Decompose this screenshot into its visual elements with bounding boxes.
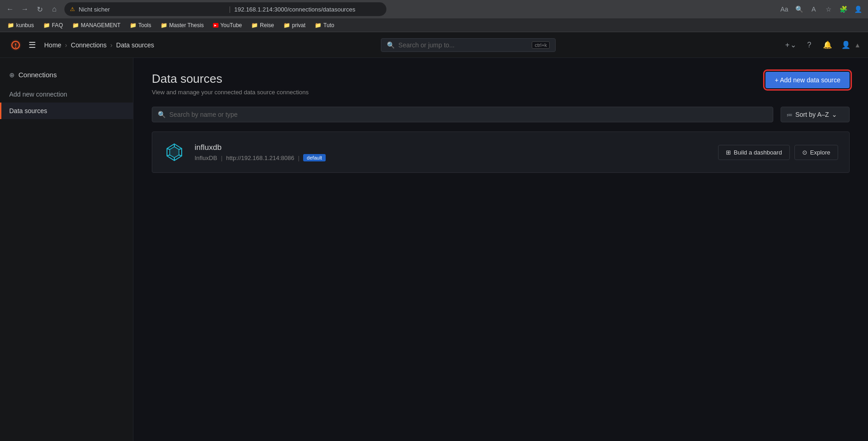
bookmark-reise[interactable]: 📁 Reise bbox=[247, 21, 278, 29]
sidebar-item-label: Data sources bbox=[9, 107, 47, 115]
build-dashboard-button[interactable]: ⊞ Build a dashboard bbox=[718, 145, 790, 160]
bell-icon: 🔔 bbox=[823, 40, 832, 49]
user-avatar-button[interactable]: 👤 bbox=[838, 37, 854, 53]
sort-label: Sort by A–Z bbox=[795, 111, 829, 118]
datasource-card-influxdb: influxdb InfluxDB | http://192.168.1.214… bbox=[152, 132, 850, 173]
breadcrumb-datasources: Data sources bbox=[116, 41, 154, 49]
bookmark-tuto[interactable]: 📁 Tuto bbox=[311, 21, 338, 29]
chevron-down-icon: ⌄ bbox=[790, 40, 796, 49]
sidebar-item-label: Add new connection bbox=[9, 91, 67, 98]
bookmark-management[interactable]: 📁 MANAGEMENT bbox=[69, 21, 124, 29]
folder-icon: 📁 bbox=[7, 22, 14, 29]
extensions-button[interactable]: 🧩 bbox=[837, 3, 850, 16]
explore-icon: ⊙ bbox=[802, 149, 807, 156]
grafana-logo[interactable] bbox=[7, 37, 24, 53]
bookmark-label: YouTube bbox=[220, 22, 242, 29]
datasource-meta: InfluxDB | http://192.168.1.214:8086 | d… bbox=[195, 154, 709, 161]
bookmark-privat[interactable]: 📁 privat bbox=[280, 21, 309, 29]
plus-icon: + bbox=[785, 41, 789, 49]
reader-mode-button[interactable]: A bbox=[807, 3, 820, 16]
bookmark-label: Reise bbox=[260, 22, 274, 29]
folder-icon: 📁 bbox=[283, 22, 290, 29]
sort-icon: ≔ bbox=[787, 111, 793, 118]
content-title-area: Data sources View and manage your connec… bbox=[152, 72, 309, 96]
search-icon: 🔍 bbox=[387, 41, 395, 49]
top-nav-actions: + ⌄ ? 🔔 👤 bbox=[782, 37, 854, 53]
explore-button[interactable]: ⊙ Explore bbox=[794, 145, 838, 160]
datasource-info: influxdb InfluxDB | http://192.168.1.214… bbox=[195, 143, 709, 161]
datasource-search-box[interactable]: 🔍 bbox=[152, 107, 773, 122]
bookmark-master-thesis[interactable]: 📁 Master Thesis bbox=[157, 21, 207, 29]
folder-icon: 📁 bbox=[130, 22, 137, 29]
add-new-datasource-button[interactable]: + Add new data source bbox=[765, 72, 850, 88]
meta-separator: | bbox=[221, 155, 222, 161]
bookmark-label: MANAGEMENT bbox=[81, 22, 121, 29]
sidebar-item-add-new-connection[interactable]: Add new connection bbox=[0, 86, 133, 103]
bookmark-youtube[interactable]: YouTube bbox=[209, 21, 246, 29]
notifications-button[interactable]: 🔔 bbox=[819, 37, 836, 53]
browser-actions: Aa 🔍 A ☆ 🧩 👤 bbox=[778, 3, 864, 16]
new-item-button[interactable]: + ⌄ bbox=[782, 37, 799, 53]
collapse-panel-button[interactable]: ▲ bbox=[854, 41, 861, 49]
security-warning-icon: ⚠ bbox=[70, 6, 75, 12]
datasource-actions: ⊞ Build a dashboard ⊙ Explore bbox=[718, 145, 838, 160]
svg-marker-2 bbox=[170, 147, 179, 158]
sort-chevron-icon: ⌄ bbox=[832, 111, 837, 118]
sort-select[interactable]: ≔ Sort by A–Z ⌄ bbox=[781, 107, 850, 122]
bookmark-star-button[interactable]: ☆ bbox=[822, 3, 835, 16]
bookmark-kunbus[interactable]: 📁 kunbus bbox=[4, 21, 38, 29]
search-page-button[interactable]: 🔍 bbox=[793, 3, 805, 16]
search-icon: 🔍 bbox=[158, 111, 166, 118]
sidebar-item-data-sources[interactable]: Data sources bbox=[0, 103, 133, 119]
bookmark-label: Tools bbox=[138, 22, 151, 29]
datasource-type: InfluxDB bbox=[195, 155, 217, 161]
address-bar[interactable]: ⚠ Nicht sicher | 192.168.1.214:3000/conn… bbox=[64, 2, 386, 16]
search-shortcut-badge: ctrl+k bbox=[532, 41, 550, 49]
avatar-icon: 👤 bbox=[841, 40, 851, 49]
refresh-button[interactable]: ↻ bbox=[33, 3, 46, 16]
browser-nav-buttons: ← → ↻ ⌂ bbox=[4, 3, 61, 16]
folder-icon: 📁 bbox=[72, 22, 79, 29]
url-display: 192.168.1.214:3000/connections/datasourc… bbox=[234, 6, 381, 13]
dashboard-icon: ⊞ bbox=[726, 149, 731, 156]
youtube-icon bbox=[213, 23, 218, 28]
sidebar-section-title: ⊕ Connections bbox=[0, 67, 133, 86]
top-nav-search-area: 🔍 Search or jump to... ctrl+k bbox=[154, 38, 782, 52]
bookmark-label: Tuto bbox=[323, 22, 334, 29]
security-label: Nicht sicher bbox=[79, 6, 225, 13]
aa-icon[interactable]: Aa bbox=[778, 3, 791, 16]
global-search-bar[interactable]: 🔍 Search or jump to... ctrl+k bbox=[381, 38, 556, 52]
default-badge: default bbox=[303, 154, 326, 161]
meta-separator-2: | bbox=[298, 155, 299, 161]
bookmark-faq[interactable]: 📁 FAQ bbox=[40, 21, 67, 29]
build-dashboard-label: Build a dashboard bbox=[734, 149, 782, 156]
home-button[interactable]: ⌂ bbox=[48, 3, 61, 16]
main-layout: ⊕ Connections Add new connection Data so… bbox=[0, 58, 868, 441]
bookmark-label: privat bbox=[292, 22, 305, 29]
back-button[interactable]: ← bbox=[4, 3, 17, 16]
bookmark-tools[interactable]: 📁 Tools bbox=[126, 21, 155, 29]
hamburger-menu-button[interactable]: ☰ bbox=[24, 37, 40, 53]
connections-icon: ⊕ bbox=[9, 71, 15, 79]
breadcrumb-sep-2: › bbox=[110, 41, 113, 49]
help-button[interactable]: ? bbox=[801, 37, 817, 53]
breadcrumb-connections[interactable]: Connections bbox=[71, 41, 107, 49]
bookmark-label: Master Thesis bbox=[169, 22, 204, 29]
breadcrumb-sep-1: › bbox=[65, 41, 67, 49]
folder-icon: 📁 bbox=[43, 22, 50, 29]
grafana-app: ☰ Home › Connections › Data sources 🔍 Se… bbox=[0, 32, 868, 441]
page-subtitle: View and manage your connected data sour… bbox=[152, 89, 309, 96]
bookmarks-bar: 📁 kunbus 📁 FAQ 📁 MANAGEMENT 📁 Tools 📁 Ma… bbox=[0, 18, 868, 32]
profile-button[interactable]: 👤 bbox=[851, 3, 864, 16]
browser-chrome: ← → ↻ ⌂ ⚠ Nicht sicher | 192.168.1.214:3… bbox=[0, 0, 868, 32]
folder-icon: 📁 bbox=[161, 22, 167, 29]
bookmark-label: kunbus bbox=[16, 22, 34, 29]
page-title: Data sources bbox=[152, 72, 309, 86]
datasource-search-input[interactable] bbox=[169, 111, 767, 118]
browser-toolbar: ← → ↻ ⌂ ⚠ Nicht sicher | 192.168.1.214:3… bbox=[0, 0, 868, 18]
forward-button[interactable]: → bbox=[18, 3, 31, 16]
datasource-name: influxdb bbox=[195, 143, 709, 152]
folder-icon: 📁 bbox=[251, 22, 258, 29]
datasource-url: http://192.168.1.214:8086 bbox=[226, 155, 294, 161]
breadcrumb-home[interactable]: Home bbox=[44, 41, 61, 49]
